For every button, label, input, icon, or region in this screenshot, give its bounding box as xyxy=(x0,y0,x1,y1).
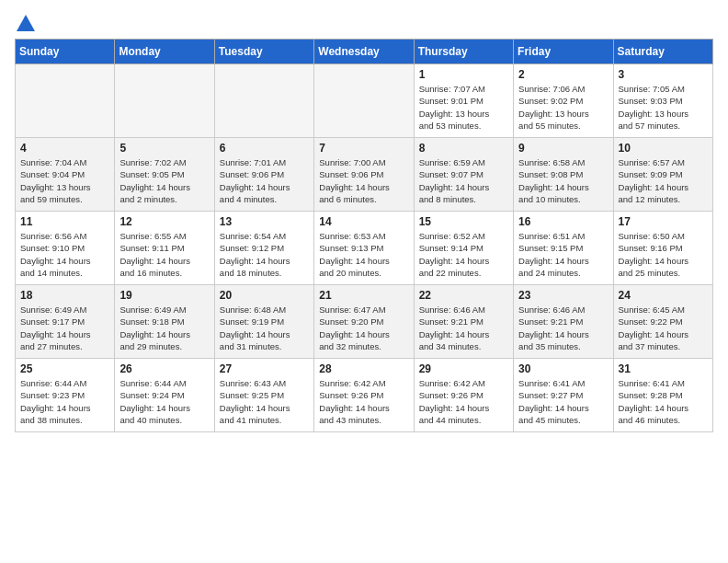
calendar-cell: 25Sunrise: 6:44 AM Sunset: 9:23 PM Dayli… xyxy=(16,359,115,432)
day-info: Sunrise: 6:42 AM Sunset: 9:26 PM Dayligh… xyxy=(419,377,508,426)
calendar-cell: 14Sunrise: 6:53 AM Sunset: 9:13 PM Dayli… xyxy=(314,212,414,285)
page-header xyxy=(15,15,713,31)
day-number: 26 xyxy=(119,362,209,375)
day-info: Sunrise: 6:57 AM Sunset: 9:09 PM Dayligh… xyxy=(619,156,708,205)
weekday-header-tuesday: Tuesday xyxy=(214,40,313,64)
day-number: 11 xyxy=(20,215,109,228)
weekday-header-wednesday: Wednesday xyxy=(314,40,414,64)
calendar-cell: 15Sunrise: 6:52 AM Sunset: 9:14 PM Dayli… xyxy=(414,212,513,285)
day-number: 6 xyxy=(220,142,309,155)
day-info: Sunrise: 7:07 AM Sunset: 9:01 PM Dayligh… xyxy=(419,83,508,132)
day-info: Sunrise: 7:00 AM Sunset: 9:06 PM Dayligh… xyxy=(319,156,408,205)
day-number: 19 xyxy=(119,289,209,302)
day-info: Sunrise: 7:01 AM Sunset: 9:06 PM Dayligh… xyxy=(220,156,309,205)
day-number: 20 xyxy=(220,289,309,302)
day-number: 16 xyxy=(518,215,608,228)
day-info: Sunrise: 7:06 AM Sunset: 9:02 PM Dayligh… xyxy=(518,83,608,132)
day-info: Sunrise: 6:52 AM Sunset: 9:14 PM Dayligh… xyxy=(419,230,508,279)
day-number: 30 xyxy=(518,362,608,375)
day-info: Sunrise: 6:56 AM Sunset: 9:10 PM Dayligh… xyxy=(20,230,109,279)
day-number: 8 xyxy=(419,142,508,155)
weekday-header-saturday: Saturday xyxy=(613,40,712,64)
day-info: Sunrise: 6:49 AM Sunset: 9:17 PM Dayligh… xyxy=(20,304,109,352)
day-info: Sunrise: 6:49 AM Sunset: 9:18 PM Dayligh… xyxy=(119,304,209,352)
calendar-cell: 1Sunrise: 7:07 AM Sunset: 9:01 PM Daylig… xyxy=(414,64,513,138)
day-number: 5 xyxy=(119,142,209,155)
calendar-cell: 8Sunrise: 6:59 AM Sunset: 9:07 PM Daylig… xyxy=(414,138,513,212)
day-info: Sunrise: 6:46 AM Sunset: 9:21 PM Dayligh… xyxy=(419,304,508,352)
day-info: Sunrise: 6:42 AM Sunset: 9:26 PM Dayligh… xyxy=(319,377,408,426)
svg-marker-0 xyxy=(17,15,35,31)
calendar-cell: 24Sunrise: 6:45 AM Sunset: 9:22 PM Dayli… xyxy=(613,285,712,359)
day-number: 7 xyxy=(319,142,408,155)
calendar-cell: 29Sunrise: 6:42 AM Sunset: 9:26 PM Dayli… xyxy=(414,359,513,432)
calendar-cell: 18Sunrise: 6:49 AM Sunset: 9:17 PM Dayli… xyxy=(16,285,115,359)
calendar-cell: 28Sunrise: 6:42 AM Sunset: 9:26 PM Dayli… xyxy=(314,359,414,432)
calendar-cell: 19Sunrise: 6:49 AM Sunset: 9:18 PM Dayli… xyxy=(115,285,214,359)
day-number: 23 xyxy=(518,289,608,302)
calendar-cell: 6Sunrise: 7:01 AM Sunset: 9:06 PM Daylig… xyxy=(214,138,313,212)
weekday-header-thursday: Thursday xyxy=(414,40,513,64)
calendar-week-row: 1Sunrise: 7:07 AM Sunset: 9:01 PM Daylig… xyxy=(16,64,713,138)
day-info: Sunrise: 6:41 AM Sunset: 9:28 PM Dayligh… xyxy=(619,377,708,426)
day-number: 31 xyxy=(619,362,708,375)
calendar-cell xyxy=(314,64,414,138)
day-number: 10 xyxy=(619,142,708,155)
calendar-cell: 30Sunrise: 6:41 AM Sunset: 9:27 PM Dayli… xyxy=(514,359,613,432)
day-number: 17 xyxy=(619,215,708,228)
logo xyxy=(15,15,35,31)
day-number: 9 xyxy=(518,142,608,155)
day-number: 22 xyxy=(419,289,508,302)
day-info: Sunrise: 6:47 AM Sunset: 9:20 PM Dayligh… xyxy=(319,304,408,352)
day-number: 18 xyxy=(20,289,109,302)
day-number: 2 xyxy=(518,68,608,81)
day-info: Sunrise: 6:55 AM Sunset: 9:11 PM Dayligh… xyxy=(119,230,209,279)
calendar-cell: 7Sunrise: 7:00 AM Sunset: 9:06 PM Daylig… xyxy=(314,138,414,212)
day-number: 13 xyxy=(220,215,309,228)
calendar-cell: 11Sunrise: 6:56 AM Sunset: 9:10 PM Dayli… xyxy=(16,212,115,285)
calendar-cell xyxy=(115,64,214,138)
calendar-cell: 13Sunrise: 6:54 AM Sunset: 9:12 PM Dayli… xyxy=(214,212,313,285)
logo-icon xyxy=(17,15,35,31)
day-info: Sunrise: 6:48 AM Sunset: 9:19 PM Dayligh… xyxy=(220,304,309,352)
weekday-header-monday: Monday xyxy=(115,40,214,64)
calendar-cell: 22Sunrise: 6:46 AM Sunset: 9:21 PM Dayli… xyxy=(414,285,513,359)
calendar-cell: 21Sunrise: 6:47 AM Sunset: 9:20 PM Dayli… xyxy=(314,285,414,359)
day-number: 29 xyxy=(419,362,508,375)
day-info: Sunrise: 6:50 AM Sunset: 9:16 PM Dayligh… xyxy=(619,230,708,279)
calendar-week-row: 11Sunrise: 6:56 AM Sunset: 9:10 PM Dayli… xyxy=(16,212,713,285)
calendar-week-row: 4Sunrise: 7:04 AM Sunset: 9:04 PM Daylig… xyxy=(16,138,713,212)
calendar-cell: 4Sunrise: 7:04 AM Sunset: 9:04 PM Daylig… xyxy=(16,138,115,212)
day-info: Sunrise: 6:44 AM Sunset: 9:24 PM Dayligh… xyxy=(119,377,209,426)
calendar-cell: 5Sunrise: 7:02 AM Sunset: 9:05 PM Daylig… xyxy=(115,138,214,212)
day-number: 15 xyxy=(419,215,508,228)
day-info: Sunrise: 6:53 AM Sunset: 9:13 PM Dayligh… xyxy=(319,230,408,279)
day-number: 27 xyxy=(220,362,309,375)
day-info: Sunrise: 6:44 AM Sunset: 9:23 PM Dayligh… xyxy=(20,377,109,426)
calendar-cell: 3Sunrise: 7:05 AM Sunset: 9:03 PM Daylig… xyxy=(613,64,712,138)
calendar-week-row: 18Sunrise: 6:49 AM Sunset: 9:17 PM Dayli… xyxy=(16,285,713,359)
weekday-header-row: SundayMondayTuesdayWednesdayThursdayFrid… xyxy=(16,40,713,64)
day-info: Sunrise: 7:05 AM Sunset: 9:03 PM Dayligh… xyxy=(619,83,708,132)
day-number: 21 xyxy=(319,289,408,302)
day-info: Sunrise: 6:43 AM Sunset: 9:25 PM Dayligh… xyxy=(220,377,309,426)
calendar-cell: 27Sunrise: 6:43 AM Sunset: 9:25 PM Dayli… xyxy=(214,359,313,432)
calendar-cell: 2Sunrise: 7:06 AM Sunset: 9:02 PM Daylig… xyxy=(514,64,613,138)
calendar-cell: 12Sunrise: 6:55 AM Sunset: 9:11 PM Dayli… xyxy=(115,212,214,285)
calendar-cell: 20Sunrise: 6:48 AM Sunset: 9:19 PM Dayli… xyxy=(214,285,313,359)
day-number: 4 xyxy=(20,142,109,155)
calendar-cell: 9Sunrise: 6:58 AM Sunset: 9:08 PM Daylig… xyxy=(514,138,613,212)
day-info: Sunrise: 6:59 AM Sunset: 9:07 PM Dayligh… xyxy=(419,156,508,205)
day-info: Sunrise: 6:58 AM Sunset: 9:08 PM Dayligh… xyxy=(518,156,608,205)
calendar-cell: 31Sunrise: 6:41 AM Sunset: 9:28 PM Dayli… xyxy=(613,359,712,432)
calendar-table: SundayMondayTuesdayWednesdayThursdayFrid… xyxy=(15,39,713,432)
day-info: Sunrise: 7:02 AM Sunset: 9:05 PM Dayligh… xyxy=(119,156,209,205)
day-info: Sunrise: 6:41 AM Sunset: 9:27 PM Dayligh… xyxy=(518,377,608,426)
calendar-cell xyxy=(16,64,115,138)
day-number: 24 xyxy=(619,289,708,302)
weekday-header-friday: Friday xyxy=(514,40,613,64)
weekday-header-sunday: Sunday xyxy=(16,40,115,64)
day-info: Sunrise: 6:54 AM Sunset: 9:12 PM Dayligh… xyxy=(220,230,309,279)
day-number: 1 xyxy=(419,68,508,81)
day-info: Sunrise: 6:46 AM Sunset: 9:21 PM Dayligh… xyxy=(518,304,608,352)
